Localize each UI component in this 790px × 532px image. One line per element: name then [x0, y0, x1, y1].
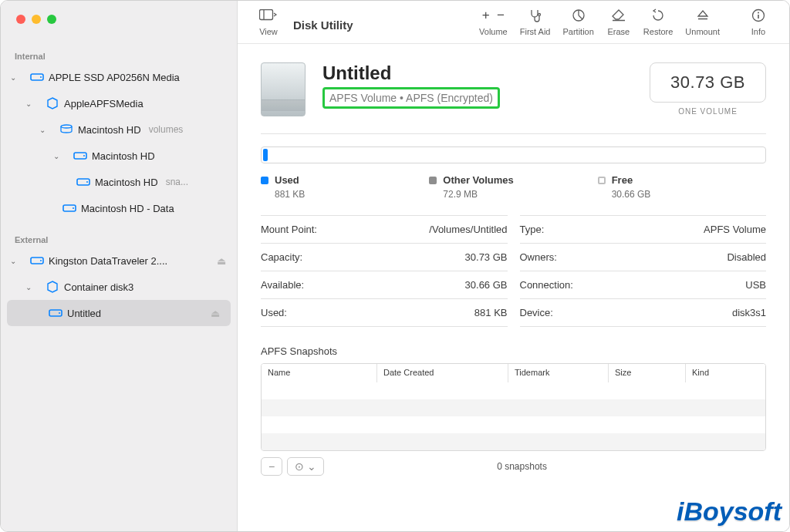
- toolbar: View Disk Utility + − Volume First Aid P…: [238, 1, 789, 44]
- divider: [261, 133, 766, 134]
- erase-button[interactable]: Erase: [600, 7, 637, 36]
- sidebar: Internal ⌄ APPLE SSD AP0256N Media ⌄ App…: [1, 1, 238, 531]
- toolbar-label: View: [259, 27, 278, 36]
- volume-subtitle: APFS Volume • APFS (Encrypted): [329, 92, 493, 104]
- sidebar-item-macintosh-hd-data[interactable]: Macintosh HD - Data: [1, 195, 237, 221]
- disk-icon: [62, 201, 76, 215]
- info-key: Type:: [520, 224, 545, 235]
- svg-point-2: [61, 125, 72, 128]
- sidebar-item-container-disk3[interactable]: ⌄ Container disk3: [1, 274, 237, 300]
- sidebar-tree-internal: ⌄ APPLE SSD AP0256N Media ⌄ AppleAPFSMed…: [1, 64, 237, 221]
- restore-icon: [651, 7, 665, 24]
- table-row[interactable]: [262, 433, 765, 450]
- partition-button[interactable]: Partition: [556, 7, 599, 36]
- legend-label: Other Volumes: [443, 174, 514, 186]
- sidebar-item-apfs-container[interactable]: ⌄ AppleAPFSMedia: [1, 90, 237, 116]
- sidebar-section-external: External: [1, 221, 237, 247]
- close-icon[interactable]: [16, 15, 25, 24]
- watermark: iBoysoft: [677, 497, 782, 527]
- disk-icon: [30, 70, 44, 84]
- volume-button[interactable]: + − Volume: [473, 7, 514, 36]
- table-row[interactable]: [262, 382, 765, 399]
- sidebar-item-macintosh-hd[interactable]: ⌄ Macintosh HD: [1, 143, 237, 169]
- main-panel: View Disk Utility + − Volume First Aid P…: [238, 1, 789, 531]
- snapshots-count: 0 snapshots: [329, 461, 715, 472]
- table-row[interactable]: [262, 399, 765, 416]
- info-key: Mount Point:: [261, 224, 317, 235]
- usage-bar-used-segment: [263, 149, 268, 161]
- col-kind[interactable]: Kind: [686, 364, 765, 382]
- usage-bar: [261, 146, 766, 163]
- remove-snapshot-button[interactable]: −: [261, 457, 282, 476]
- legend-other: Other Volumes 72.9 MB: [429, 174, 597, 200]
- chevron-down-icon[interactable]: ⌄: [8, 257, 18, 265]
- sidebar-item-label: Macintosh HD: [95, 177, 158, 188]
- sidebar-item-internal-disk[interactable]: ⌄ APPLE SSD AP0256N Media: [1, 64, 237, 90]
- legend-value: 30.66 GB: [612, 189, 766, 200]
- sidebar-item-label: APPLE SSD AP0256N Media: [49, 72, 180, 83]
- chevron-down-icon[interactable]: ⌄: [8, 73, 18, 82]
- sidebar-item-suffix: sna...: [166, 177, 188, 187]
- col-size[interactable]: Size: [609, 364, 686, 382]
- sidebar-item-untitled[interactable]: Untitled ⏏: [7, 300, 231, 326]
- info-button[interactable]: Info: [740, 7, 777, 36]
- snapshots-table[interactable]: Name Date Created Tidemark Size Kind: [261, 363, 766, 451]
- info-value: /Volumes/Untitled: [429, 224, 507, 235]
- toolbar-label: Info: [751, 27, 765, 36]
- info-value: Disabled: [727, 251, 766, 263]
- volume-name: Untitled: [322, 62, 500, 84]
- restore-button[interactable]: Restore: [637, 7, 680, 36]
- info-value: disk3s1: [732, 307, 766, 318]
- snapshot-options-button[interactable]: ⊙ ⌄: [287, 457, 324, 476]
- capacity-label: ONE VOLUME: [650, 107, 766, 116]
- disk-icon: [49, 306, 62, 320]
- col-tidemark[interactable]: Tidemark: [508, 364, 609, 382]
- sidebar-item-volume-group[interactable]: ⌄ Macintosh HD volumes: [1, 116, 237, 143]
- info-value: 30.73 GB: [465, 251, 508, 263]
- info-col-left: Mount Point:/Volumes/Untitled Capacity:3…: [261, 215, 508, 327]
- app-title: Disk Utility: [293, 19, 353, 32]
- legend-value: 881 KB: [275, 189, 429, 200]
- svg-point-20: [758, 12, 759, 14]
- info-key: Connection:: [520, 279, 573, 291]
- first-aid-button[interactable]: First Aid: [514, 7, 557, 36]
- sidebar-item-external-disk[interactable]: ⌄ Kingston DataTraveler 2.... ⏏: [1, 247, 237, 274]
- toolbar-label: Erase: [607, 27, 630, 36]
- chevron-down-icon[interactable]: ⌄: [38, 126, 47, 134]
- sidebar-item-label: Macintosh HD - Data: [81, 203, 174, 214]
- legend-used: Used 881 KB: [261, 174, 429, 200]
- chevron-down-icon[interactable]: ⌄: [24, 99, 33, 108]
- info-row-capacity: Capacity:30.73 GB: [261, 244, 508, 271]
- sidebar-tree-external: ⌄ Kingston DataTraveler 2.... ⏏ ⌄ Contai…: [1, 247, 237, 326]
- sidebar-item-macintosh-hd-snapshot[interactable]: Macintosh HD sna...: [1, 169, 237, 195]
- container-icon: [46, 96, 59, 110]
- svg-point-12: [59, 312, 60, 314]
- volume-header: Untitled APFS Volume • APFS (Encrypted) …: [261, 62, 766, 116]
- col-date-created[interactable]: Date Created: [377, 364, 508, 382]
- snapshots-header: Name Date Created Tidemark Size Kind: [262, 364, 765, 382]
- legend-swatch-blue: [261, 177, 268, 184]
- traffic-lights: [1, 1, 237, 38]
- disk-utility-window: Internal ⌄ APPLE SSD AP0256N Media ⌄ App…: [0, 0, 790, 532]
- eject-icon[interactable]: ⏏: [211, 308, 220, 319]
- unmount-button[interactable]: Unmount: [679, 7, 726, 36]
- svg-point-8: [73, 207, 74, 209]
- info-value: 881 KB: [474, 307, 508, 318]
- sidebar-item-label: Kingston DataTraveler 2....: [49, 255, 167, 267]
- svg-point-15: [538, 14, 540, 16]
- minimize-icon[interactable]: [32, 15, 41, 24]
- info-row-device: Device:disk3s1: [520, 299, 767, 327]
- fullscreen-icon[interactable]: [47, 15, 56, 24]
- col-name[interactable]: Name: [262, 364, 377, 382]
- info-row-used: Used:881 KB: [261, 299, 508, 327]
- eject-icon[interactable]: ⏏: [217, 255, 226, 267]
- sidebar-item-label: AppleAPFSMedia: [64, 98, 143, 109]
- view-button[interactable]: View: [250, 7, 287, 36]
- table-row[interactable]: [262, 416, 765, 433]
- chevron-down-icon[interactable]: ⌄: [52, 152, 61, 160]
- info-key: Device:: [520, 307, 553, 318]
- sidebar-item-label: Untitled: [67, 308, 101, 319]
- info-row-available: Available:30.66 GB: [261, 271, 508, 299]
- chevron-down-icon[interactable]: ⌄: [24, 283, 33, 291]
- sidebar-item-label: Macintosh HD: [92, 150, 155, 162]
